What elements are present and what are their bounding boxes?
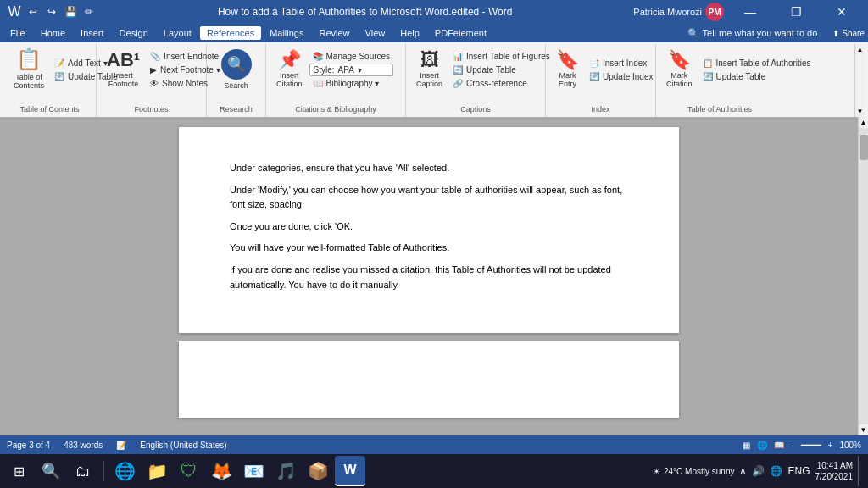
update-index-button[interactable]: 🔄 Update Index: [586, 70, 657, 83]
weather-widget: ☀ 24°C Mostly sunny: [653, 467, 734, 476]
table-of-contents-button[interactable]: 📋 Table ofContents: [8, 46, 49, 92]
footnote-label: InsertFootnote: [108, 71, 139, 88]
caption-icon: 🖼: [420, 49, 439, 71]
ribbon-scroll-up[interactable]: ▲: [857, 46, 864, 53]
ribbon: 📋 Table ofContents 📝 Add Text ▾ 🔄 Update…: [0, 42, 868, 117]
show-desktop-button[interactable]: [858, 456, 865, 486]
taskbar-word[interactable]: W: [335, 456, 365, 486]
insert-footnote-button[interactable]: AB¹ InsertFootnote: [102, 46, 145, 92]
view-web-icon[interactable]: 🌐: [757, 441, 767, 450]
scroll-up-arrow[interactable]: ▲: [859, 117, 868, 128]
expand-tray-icon[interactable]: ∧: [739, 465, 747, 477]
taskbar-edge[interactable]: 🌐: [109, 456, 140, 486]
insert-table-figures-button[interactable]: 📊 Insert Table of Figures: [449, 50, 554, 63]
page-info: Page 3 of 4: [7, 441, 50, 450]
speakers-icon[interactable]: 🔊: [752, 465, 765, 477]
user-name: Patricia Mworozi: [633, 7, 702, 17]
bibliography-icon: 📖: [313, 79, 323, 88]
scroll-track[interactable]: [859, 128, 868, 424]
ribbon-scroll-down[interactable]: ▼: [857, 108, 864, 115]
menu-pdfelement[interactable]: PDFelement: [428, 26, 493, 40]
lang-indicator: ENG: [787, 465, 810, 477]
ribbon-group-index: 🔖 MarkEntry 📑 Insert Index 🔄 Update Inde…: [546, 44, 656, 117]
menu-layout[interactable]: Layout: [157, 26, 198, 40]
tell-me-text[interactable]: Tell me what you want to do: [703, 28, 818, 38]
restore-button[interactable]: ❐: [776, 0, 815, 24]
insert-table-auth-button[interactable]: 📋 Insert Table of Authorities: [699, 57, 815, 69]
scroll-down-arrow[interactable]: ▼: [859, 424, 868, 435]
ribbon-group-footnotes: AB¹ InsertFootnote 📎 Insert Endnote ▶ Ne…: [97, 44, 207, 117]
update-table-toc-icon: 🔄: [54, 72, 64, 81]
search-button[interactable]: 🔍: [221, 49, 252, 80]
taskbar-defender[interactable]: 🛡: [174, 456, 204, 486]
para-4: You will have your well-formatted Table …: [230, 241, 628, 256]
citations-row: 📌 InsertCitation 📚 Manage Sources Style:…: [271, 46, 393, 92]
add-text-icon: 📝: [54, 58, 64, 68]
undo-icon[interactable]: ↩: [25, 4, 41, 19]
share-button[interactable]: ⬆ Share: [832, 29, 865, 38]
taskbar-mail[interactable]: 📧: [238, 456, 269, 486]
manage-sources-button[interactable]: 📚 Manage Sources: [309, 50, 394, 63]
ribbon-scrollbar[interactable]: ▲ ▼: [854, 44, 865, 117]
menu-view[interactable]: View: [359, 26, 392, 40]
menu-help[interactable]: Help: [393, 26, 426, 40]
document-area: Under categories, ensure that you have '…: [0, 117, 858, 435]
update-auth-icon: 🔄: [703, 72, 713, 81]
network-icon[interactable]: 🌐: [770, 465, 782, 477]
save-icon[interactable]: 💾: [63, 4, 78, 19]
ribbon-group-research: 🔍 Search Research: [207, 44, 266, 117]
caption-label: InsertCaption: [416, 71, 442, 88]
citation-icon: 📌: [278, 49, 301, 71]
zoom-in-icon[interactable]: +: [828, 441, 833, 450]
menu-references[interactable]: References: [200, 26, 261, 40]
ribbon-group-toc: 📋 Table ofContents 📝 Add Text ▾ 🔄 Update…: [3, 44, 97, 117]
show-notes-icon: 👁: [150, 79, 159, 88]
style-selector[interactable]: Style: APA ▾: [309, 64, 394, 76]
scroll-thumb[interactable]: [860, 135, 868, 160]
mark-citation-button[interactable]: 🔖 MarkCitation: [661, 46, 698, 92]
search-taskbar-button[interactable]: 🔍: [36, 456, 66, 486]
para-1: Under categories, ensure that you have '…: [230, 161, 628, 176]
search-ribbon-icon: 🔍: [227, 55, 246, 74]
update-table-auth-button[interactable]: 🔄 Update Table: [699, 70, 815, 83]
insert-auth-icon: 📋: [703, 58, 713, 68]
title-bar-left: W ↩ ↪ 💾 ✏: [7, 4, 97, 19]
update-index-icon: 🔄: [589, 72, 599, 81]
menu-review[interactable]: Review: [313, 26, 357, 40]
view-normal-icon[interactable]: ▦: [743, 441, 750, 450]
customize-icon[interactable]: ✏: [81, 4, 97, 19]
taskbar-music[interactable]: 🎵: [270, 456, 301, 486]
bibliography-button[interactable]: 📖 Bibliography ▾: [309, 77, 394, 90]
mark-citation-icon: 🔖: [668, 49, 691, 71]
close-button[interactable]: ✕: [822, 0, 861, 24]
menu-mailings[interactable]: Mailings: [263, 26, 310, 40]
toc-label: Table ofContents: [14, 73, 44, 90]
insert-caption-button[interactable]: 🖼 InsertCaption: [411, 46, 448, 92]
view-read-icon[interactable]: 📖: [774, 441, 784, 450]
taskbar-store[interactable]: 📦: [303, 456, 333, 486]
zoom-bar[interactable]: ━━━━: [801, 441, 821, 450]
menu-home[interactable]: Home: [34, 26, 72, 40]
insert-citation-button[interactable]: 📌 InsertCitation: [271, 46, 308, 92]
start-button[interactable]: ⊞: [3, 456, 34, 486]
menu-design[interactable]: Design: [113, 26, 155, 40]
cross-reference-button[interactable]: 🔗 Cross-reference: [449, 77, 554, 90]
menu-insert[interactable]: Insert: [74, 26, 111, 40]
ribbon-group-captions: 🖼 InsertCaption 📊 Insert Table of Figure…: [406, 44, 546, 117]
authorities-group-label: Table of Authorities: [656, 105, 783, 114]
task-view-button[interactable]: 🗂: [68, 456, 98, 486]
update-table-cap-button[interactable]: 🔄 Update Table: [449, 64, 554, 76]
citations-group-label: Citations & Bibliography: [266, 105, 405, 114]
weather-icon: ☀: [653, 467, 660, 476]
insert-index-button[interactable]: 📑 Insert Index: [586, 57, 657, 69]
minimize-button[interactable]: —: [731, 0, 770, 24]
status-bar: Page 3 of 4 483 words 📝 English (United …: [0, 435, 868, 454]
menu-file[interactable]: File: [3, 26, 32, 40]
mark-entry-button[interactable]: 🔖 MarkEntry: [551, 46, 584, 92]
taskbar-firefox[interactable]: 🦊: [206, 456, 236, 486]
redo-icon[interactable]: ↪: [44, 4, 59, 19]
taskbar-explorer[interactable]: 📁: [142, 456, 172, 486]
research-group-label: Research: [207, 105, 265, 114]
zoom-out-icon[interactable]: -: [791, 441, 793, 450]
vertical-scrollbar[interactable]: ▲ ▼: [858, 117, 868, 435]
